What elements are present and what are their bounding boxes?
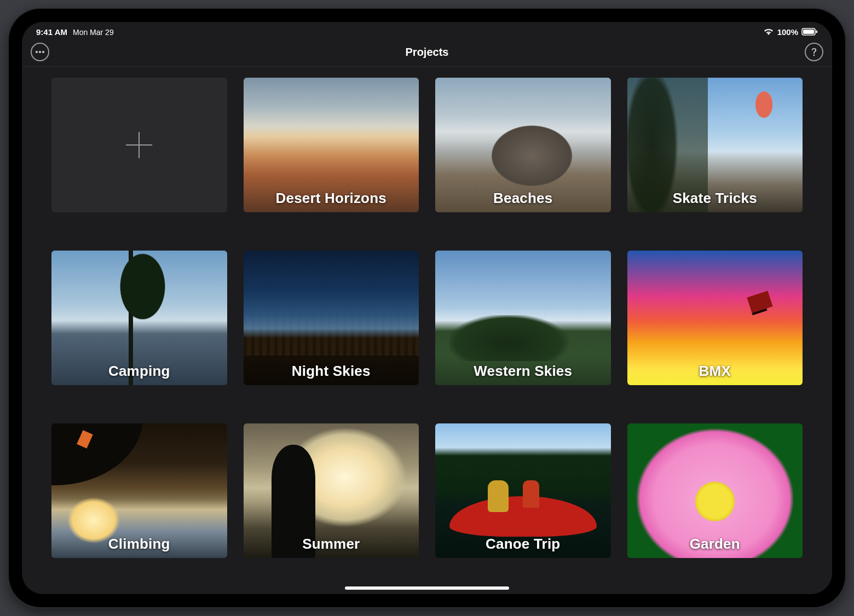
project-tile-climbing[interactable]: Climbing <box>51 423 227 558</box>
project-tile-western-skies[interactable]: Western Skies <box>435 251 611 385</box>
help-button[interactable] <box>805 43 823 61</box>
battery-percent: 100% <box>777 27 798 37</box>
project-tile-night-skies[interactable]: Night Skies <box>244 251 419 385</box>
project-tile-summer[interactable]: Summer <box>244 423 419 558</box>
svg-point-5 <box>42 51 44 53</box>
projects-grid: Desert Horizons Beaches Skate Tricks Cam… <box>22 67 832 594</box>
question-icon <box>811 47 817 57</box>
project-title: BMX <box>699 363 731 385</box>
project-title: Canoe Trip <box>486 536 560 558</box>
device-frame: 9:41 AM Mon Mar 29 100% Projects <box>9 9 845 607</box>
project-title: Camping <box>108 363 170 385</box>
plus-icon <box>51 78 227 212</box>
project-title: Beaches <box>493 190 552 212</box>
status-time: 9:41 AM <box>36 27 67 37</box>
project-tile-camping[interactable]: Camping <box>51 251 227 385</box>
project-title: Climbing <box>108 536 170 558</box>
screen: 9:41 AM Mon Mar 29 100% Projects <box>22 22 832 594</box>
status-bar: 9:41 AM Mon Mar 29 100% <box>22 22 832 38</box>
project-title: Summer <box>302 536 360 558</box>
project-title: Desert Horizons <box>276 190 386 212</box>
project-title: Skate Tricks <box>673 190 757 212</box>
wifi-icon <box>763 28 774 36</box>
home-indicator[interactable] <box>345 586 509 590</box>
battery-icon <box>801 28 818 36</box>
svg-point-4 <box>39 51 41 53</box>
svg-rect-2 <box>816 31 818 33</box>
page-title: Projects <box>406 46 449 59</box>
project-tile-beaches[interactable]: Beaches <box>435 78 611 212</box>
project-tile-canoe-trip[interactable]: Canoe Trip <box>435 423 611 558</box>
status-date: Mon Mar 29 <box>73 28 114 37</box>
project-tile-desert-horizons[interactable]: Desert Horizons <box>244 78 419 212</box>
svg-point-3 <box>36 51 38 53</box>
project-tile-skate-tricks[interactable]: Skate Tricks <box>627 78 803 212</box>
ellipsis-icon <box>35 50 45 54</box>
project-tile-garden[interactable]: Garden <box>627 423 803 558</box>
more-button[interactable] <box>31 43 49 61</box>
nav-bar: Projects <box>22 38 832 67</box>
project-tile-bmx[interactable]: BMX <box>627 251 803 385</box>
project-title: Western Skies <box>474 363 572 385</box>
svg-rect-1 <box>803 30 814 34</box>
project-title: Night Skies <box>292 363 371 385</box>
new-project-tile[interactable] <box>51 78 227 212</box>
project-title: Garden <box>690 536 740 558</box>
